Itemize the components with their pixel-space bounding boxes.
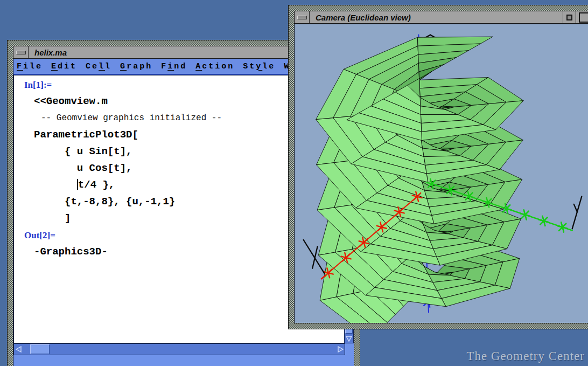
scroll-down-button[interactable]: [345, 334, 353, 343]
triangle-right-icon: [338, 346, 344, 353]
text-cursor: [77, 179, 78, 190]
window-menu-dash-icon: [297, 16, 307, 19]
menu-graph[interactable]: Graph: [120, 62, 152, 71]
maximize-square-icon: [579, 12, 588, 23]
menu-style[interactable]: Style: [243, 62, 275, 71]
camera-window-inner: Camera (Euclidean view): [294, 11, 588, 323]
menu-find[interactable]: Find: [161, 62, 187, 71]
window-bottom-filler: [13, 355, 354, 366]
camera-window-menu-button[interactable]: [295, 11, 310, 23]
camera-titlebar[interactable]: Camera (Euclidean view): [295, 11, 588, 24]
horizontal-scrollbar[interactable]: [13, 343, 345, 355]
camera-window-title: Camera (Euclidean view): [310, 13, 411, 22]
triangle-left-icon: [16, 346, 22, 353]
helicoid-surface: [316, 37, 524, 323]
watermark: The Geometry Center: [466, 349, 585, 363]
menu-cell[interactable]: Cell: [86, 62, 111, 71]
scroll-right-button[interactable]: [336, 344, 345, 355]
camera-title-area: Camera (Euclidean view): [310, 11, 563, 23]
desktop: helix.ma FileEditCellGraphFindActionStyl…: [0, 0, 588, 366]
horizontal-scrollbar-thumb[interactable]: [30, 344, 50, 354]
horizontal-scrollbar-trough[interactable]: [23, 344, 336, 355]
menu-edit[interactable]: Edit: [51, 62, 77, 71]
helicoid-3d-view: [295, 24, 588, 323]
maximize-button[interactable]: [576, 11, 588, 23]
menu-file[interactable]: File: [17, 62, 43, 71]
minimize-dot-icon: [566, 15, 572, 20]
triangle-down-icon: [346, 336, 352, 342]
minimize-button[interactable]: [563, 11, 576, 23]
camera-window[interactable]: Camera (Euclidean view): [289, 5, 588, 329]
window-menu-button[interactable]: [13, 46, 29, 58]
scroll-left-button[interactable]: [14, 344, 23, 355]
camera-canvas[interactable]: [295, 24, 588, 323]
menu-action[interactable]: Action: [195, 62, 234, 71]
window-menu-dash-icon: [16, 51, 26, 54]
notebook-window-title: helix.ma: [29, 48, 67, 57]
